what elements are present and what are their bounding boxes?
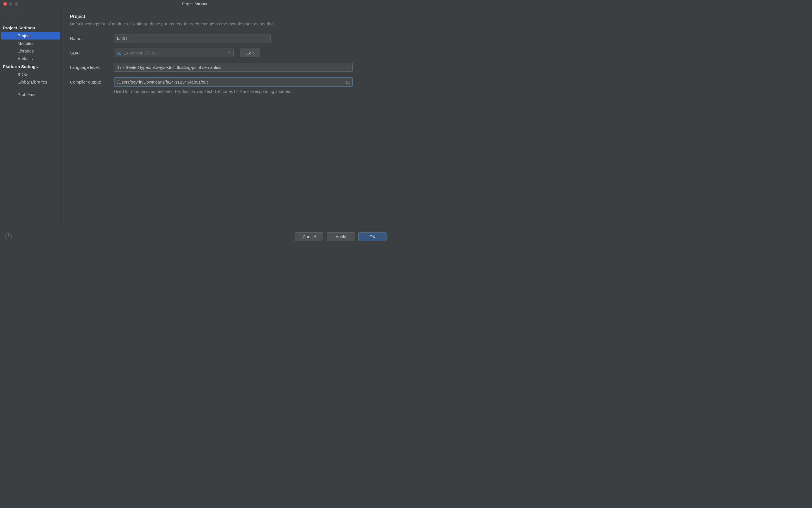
close-window-button[interactable] (3, 2, 7, 6)
page-title: Project (70, 14, 383, 19)
nav-forward-icon[interactable] (15, 13, 19, 18)
ok-button[interactable]: OK (358, 232, 387, 241)
compiler-output-input[interactable] (114, 77, 353, 87)
sidebar-item-global-libraries[interactable]: Global Libraries (1, 78, 60, 86)
language-level-label: Language level: (70, 65, 114, 70)
edit-sdk-button[interactable]: Edit (240, 48, 260, 57)
chevron-down-icon (228, 51, 230, 55)
sidebar-item-libraries[interactable]: Libraries (1, 47, 60, 55)
apply-button[interactable]: Apply (327, 232, 355, 241)
compiler-output-label: Compiler output: (70, 80, 114, 84)
compiler-output-helper: Used for module subdirectories, Producti… (114, 89, 383, 94)
traffic-lights (0, 2, 18, 6)
page-subtitle: Default settings for all modules. Config… (70, 22, 383, 26)
sidebar-item-sdks[interactable]: SDKs (1, 71, 60, 78)
section-header-project-settings: Project Settings (0, 24, 61, 32)
sdk-label: SDK: (70, 50, 114, 55)
sidebar-item-problems[interactable]: Problems (1, 91, 60, 98)
minimize-window-button[interactable] (9, 2, 12, 6)
sdk-dropdown-value: 17 version 17.0.1 (124, 50, 228, 55)
language-level-dropdown[interactable]: 17 - Sealed types, always-strict floatin… (114, 63, 353, 72)
chevron-down-icon (347, 66, 350, 70)
browse-folder-icon[interactable] (346, 80, 350, 84)
help-icon[interactable]: ? (5, 234, 12, 240)
footer: ? Cancel Apply OK (0, 228, 392, 244)
sidebar-item-project[interactable]: Project (1, 32, 60, 40)
sdk-dropdown[interactable]: 17 version 17.0.1 (114, 48, 234, 57)
cancel-button[interactable]: Cancel (295, 232, 323, 241)
sidebar-separator (3, 88, 58, 88)
maximize-window-button[interactable] (15, 2, 18, 6)
name-label: Name: (70, 36, 114, 41)
nav-back-icon[interactable] (6, 13, 10, 18)
sidebar-item-artifacts[interactable]: Artifacts (1, 55, 60, 62)
titlebar: Project Structure (0, 0, 392, 8)
sidebar: Project Settings Project Modules Librari… (0, 8, 61, 228)
sidebar-item-modules[interactable]: Modules (1, 40, 60, 47)
window-title: Project Structure (0, 2, 392, 6)
sdk-folder-icon (117, 51, 122, 55)
language-level-value: 17 - Sealed types, always-strict floatin… (117, 65, 347, 70)
main-panel: Project Default settings for all modules… (61, 8, 392, 228)
name-input[interactable] (114, 34, 271, 43)
section-header-platform-settings: Platform Settings (0, 62, 61, 71)
